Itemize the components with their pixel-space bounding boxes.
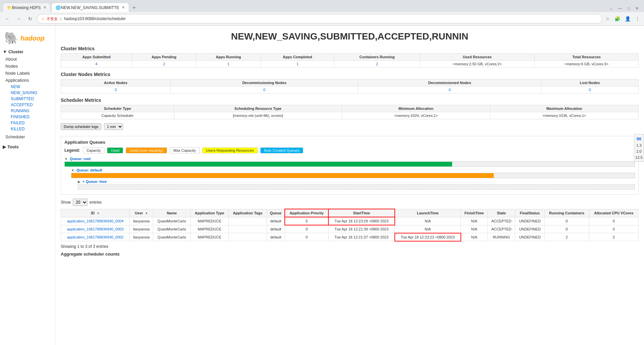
bookmark-star-button[interactable]: ☆ bbox=[604, 15, 611, 22]
val-scheduler-type: Capacity Scheduler bbox=[61, 112, 174, 119]
zoom-value-3[interactable]: 12.5 bbox=[634, 155, 644, 160]
zoom-value-1[interactable]: 1.3 bbox=[635, 143, 643, 148]
zoom-level[interactable]: 96 bbox=[635, 136, 643, 142]
queue-arrow-hive[interactable]: ▶ bbox=[78, 180, 80, 184]
queue-bar-hive bbox=[78, 184, 635, 190]
th-id[interactable]: ID ▼ bbox=[61, 209, 130, 217]
node-labels-label: Node Labels bbox=[5, 71, 30, 76]
queue-arrow-root[interactable]: ▼ bbox=[64, 157, 68, 161]
col-active-nodes: Active Nodes bbox=[61, 79, 171, 86]
td-start-1: Tue Apr 18 12:23:29 +0800 2023 bbox=[328, 217, 394, 225]
sidebar-item-killed[interactable]: KILLED bbox=[3, 126, 55, 132]
td-user-2: liaoyanxia bbox=[130, 225, 153, 233]
td-id-1: application_1681789836940_0004 bbox=[61, 217, 130, 225]
dump-interval-select[interactable]: 1 min bbox=[104, 123, 123, 130]
minimize-button[interactable]: — bbox=[615, 5, 625, 12]
back-button[interactable]: ← bbox=[3, 14, 12, 23]
forward-button[interactable]: → bbox=[14, 14, 23, 23]
queue-header-default: ▼ Queue: default bbox=[71, 168, 635, 172]
sidebar-item-failed[interactable]: FAILED bbox=[3, 120, 55, 126]
applications-label: Applications bbox=[5, 78, 29, 83]
app-id-link-2[interactable]: application_1681789836940_0003 bbox=[67, 227, 124, 231]
app-id-link-1[interactable]: application_1681789836940_0004 bbox=[67, 219, 124, 223]
new-tab-button[interactable]: + bbox=[130, 3, 138, 12]
tools-label: Tools bbox=[7, 144, 19, 149]
sidebar-item-new-saving[interactable]: NEW_SAVING bbox=[3, 90, 55, 96]
sidebar-tools-section[interactable]: ▶ Tools bbox=[0, 143, 55, 151]
show-entries-select[interactable]: 20 bbox=[73, 199, 88, 206]
cluster-label: Cluster bbox=[8, 49, 23, 54]
sidebar-sub-apps: NEW NEW_SAVING SUBMITTED ACCEPTED RUNNIN… bbox=[0, 84, 55, 132]
app-id-link-3[interactable]: application_1681789836940_0002 bbox=[67, 235, 124, 239]
page-title: NEW,NEW_SAVING,SUBMITTED,ACCEPTED,RUNNIN bbox=[61, 30, 639, 46]
applications-table: ID ▼ User ▼ Name Application Type Applic bbox=[61, 209, 639, 242]
td-final-status-3: UNDEFINED bbox=[515, 233, 544, 241]
main-content: NEW,NEW_SAVING,SUBMITTED,ACCEPTED,RUNNIN… bbox=[55, 26, 644, 345]
sort-arrow-icon: ▼ bbox=[145, 212, 148, 215]
tab-browsing-hdfs[interactable]: 📁 Browsing HDFS ✕ bbox=[3, 3, 51, 12]
th-state: State bbox=[488, 209, 515, 217]
td-tags-1 bbox=[229, 217, 267, 225]
extensions-button[interactable]: 🧩 bbox=[613, 15, 622, 22]
col-min-allocation: Minimum Allocation bbox=[342, 105, 490, 112]
td-running-containers-3: 2 bbox=[544, 233, 589, 241]
sidebar-item-node-labels[interactable]: Node Labels bbox=[0, 70, 55, 77]
sidebar-item-finished[interactable]: FINISHED bbox=[3, 114, 55, 120]
cluster-metrics-title: Cluster Metrics bbox=[61, 46, 639, 51]
menu-button[interactable]: ⋮ bbox=[634, 15, 641, 22]
cluster-nodes-row: 3 0 0 0 bbox=[61, 86, 639, 93]
dump-scheduler-logs-button[interactable]: Dump scheduler logs bbox=[61, 123, 101, 130]
sidebar-item-accepted[interactable]: ACCEPTED bbox=[3, 102, 55, 108]
sidebar-item-running[interactable]: RUNNING bbox=[3, 108, 55, 114]
queue-name-default[interactable]: Queue: default bbox=[76, 168, 102, 172]
sidebar-item-scheduler[interactable]: Scheduler bbox=[0, 133, 55, 140]
queue-name-root[interactable]: Queue: root bbox=[70, 157, 91, 161]
val-apps-completed: 1 bbox=[261, 61, 334, 68]
sidebar-item-about[interactable]: About bbox=[0, 56, 55, 63]
val-apps-running: 1 bbox=[196, 61, 261, 68]
legend-users-requesting: Users Requesting Resources bbox=[202, 147, 258, 153]
url-text: hadoop103:8088/cluster/scheduler bbox=[64, 16, 598, 21]
tab-overflow-button[interactable]: ⌄ bbox=[607, 5, 615, 12]
queue-arrow-default[interactable]: ▼ bbox=[71, 168, 74, 172]
table-row: application_1681789836940_0004 liaoyanxi… bbox=[61, 217, 639, 225]
th-name: Name bbox=[153, 209, 191, 217]
td-type-2: MAPREDUCE bbox=[191, 225, 229, 233]
sidebar-item-applications[interactable]: Applications bbox=[0, 77, 55, 84]
queue-name-hive[interactable]: + Queue: hive bbox=[83, 180, 107, 184]
apps-table-header-row: ID ▼ User ▼ Name Application Type Applic bbox=[61, 209, 639, 217]
table-row: application_1681789836940_0002 liaoyanxi… bbox=[61, 233, 639, 241]
tab-close-btn2[interactable]: ✕ bbox=[122, 5, 125, 10]
profile-button[interactable]: 👤 bbox=[624, 15, 632, 22]
tab-favicon2: 🌐 bbox=[56, 5, 61, 10]
zoom-value-2[interactable]: 2.0 bbox=[635, 149, 643, 154]
tab-favicon: 📁 bbox=[7, 5, 12, 10]
maximize-button[interactable]: □ bbox=[625, 5, 633, 12]
val-max-allocation: <memory:1536, vCores:1> bbox=[490, 112, 638, 119]
td-priority-3: 0 bbox=[285, 233, 328, 241]
sidebar: 🐘 hadoop ▼ Cluster About Nodes Node Labe… bbox=[0, 26, 55, 345]
tab-close-btn[interactable]: ✕ bbox=[43, 5, 46, 10]
sidebar-cluster-section[interactable]: ▼ Cluster bbox=[0, 48, 55, 56]
td-start-3: Tue Apr 18 12:21:37 +0800 2023 bbox=[328, 233, 394, 241]
sidebar-item-nodes[interactable]: Nodes bbox=[0, 63, 55, 70]
td-allocated-cpu-3: 2 bbox=[589, 233, 638, 241]
tab-scheduler[interactable]: 🌐 NEW,NEW_SAVING,SUBMITTE ✕ bbox=[51, 3, 129, 12]
sort-arrow-icon: ▼ bbox=[97, 212, 100, 215]
col-apps-pending: Apps Pending bbox=[132, 54, 196, 61]
sidebar-item-submitted[interactable]: SUBMITTED bbox=[3, 96, 55, 102]
th-finish-time: FinishTime bbox=[461, 209, 488, 217]
val-lost-nodes: 0 bbox=[541, 86, 639, 93]
url-bar[interactable]: ⚠ 不安全 | hadoop103:8088/cluster/scheduler bbox=[37, 14, 602, 23]
td-priority-1: 5 bbox=[285, 217, 328, 225]
sidebar-item-new[interactable]: NEW bbox=[3, 84, 55, 90]
th-user[interactable]: User ▼ bbox=[130, 209, 153, 217]
reload-button[interactable]: ↻ bbox=[25, 14, 35, 23]
queues-title: Application Queues bbox=[64, 140, 635, 145]
td-tags-2 bbox=[229, 225, 267, 233]
hadoop-text: hadoop bbox=[20, 34, 45, 42]
td-type-1: MAPREDUCE bbox=[191, 217, 229, 225]
legend-over-capacity: Used (over capacity) bbox=[126, 147, 167, 153]
td-name-3: QuasiMonteCarlo bbox=[153, 233, 191, 241]
close-window-button[interactable]: ✕ bbox=[633, 5, 641, 12]
